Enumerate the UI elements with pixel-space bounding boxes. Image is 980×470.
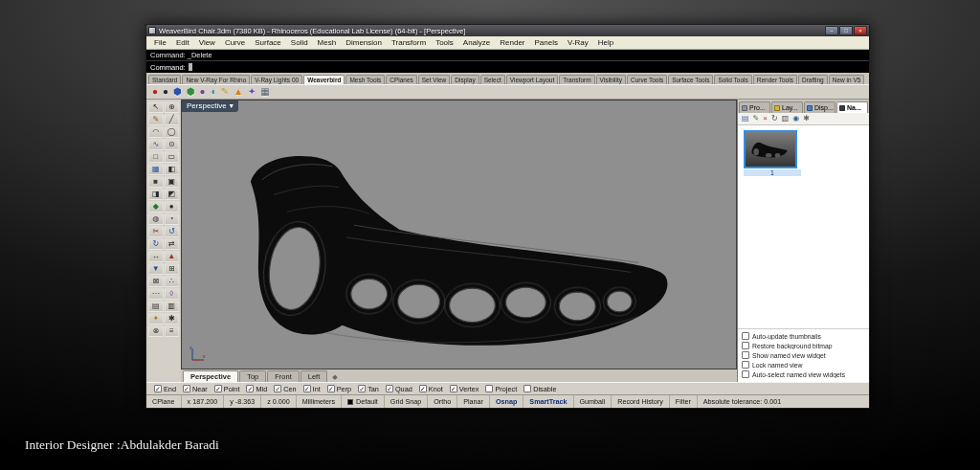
point-icon[interactable]: ⊙ [165, 139, 180, 150]
menu-item-dimension[interactable]: Dimension [341, 38, 387, 47]
split-icon[interactable]: ✂ [148, 226, 164, 237]
render-icon[interactable]: ✱ [165, 313, 180, 325]
checkbox-icon[interactable] [742, 342, 749, 349]
pencil-icon[interactable]: ✎ [148, 114, 164, 125]
arc-icon[interactable]: ◠ [148, 126, 164, 138]
panel-save-icon[interactable]: ▤ [742, 115, 749, 123]
wb-sphere-red-icon[interactable]: ● [152, 87, 158, 97]
wb-poly-blue-icon[interactable]: ⬢ [173, 87, 182, 97]
perspective-viewport[interactable]: Perspective ▾ [181, 100, 737, 369]
sphere-icon[interactable]: ● [165, 201, 180, 213]
toolbar-tab-transform[interactable]: Transform [559, 75, 594, 84]
panel-option-restore-background-bitmap[interactable]: Restore background bitmap [742, 342, 865, 349]
boolean-icon[interactable]: ⊗ [148, 325, 164, 337]
half-surface-icon[interactable]: ◨ [148, 189, 164, 200]
panel-tab-lay[interactable]: Lay... [771, 101, 803, 113]
checkbox-icon[interactable]: ✓ [183, 385, 190, 392]
toolbar-tab-surface-tools[interactable]: Surface Tools [668, 75, 713, 84]
status-smarttrack[interactable]: SmartTrack [523, 395, 573, 408]
more-tools-icon[interactable]: ⋯ [148, 288, 164, 300]
osnap-quad[interactable]: ✓Quad [386, 385, 412, 393]
split-surface-icon[interactable]: ◧ [165, 164, 180, 175]
wb-grid-icon[interactable]: ▦ [260, 87, 269, 97]
viewport-tab-top[interactable]: Top [239, 370, 266, 382]
toolbar-tab-weaverbird[interactable]: Weaverbird [303, 75, 345, 84]
curve-icon[interactable]: ∿ [148, 139, 164, 150]
array-icon[interactable]: ⊞ [165, 263, 180, 275]
osnap-disable[interactable]: Disable [523, 385, 556, 393]
checkbox-icon[interactable]: ✓ [450, 385, 457, 392]
checkbox-icon[interactable]: ✓ [214, 385, 222, 392]
checkbox-icon[interactable] [485, 385, 493, 392]
select-arrow-icon[interactable]: ↖ [148, 101, 164, 113]
menu-item-transform[interactable]: Transform [387, 38, 431, 47]
panel-delete-icon[interactable]: × [763, 115, 768, 123]
toolbar-tab-curve-tools[interactable]: Curve Tools [627, 75, 667, 84]
chair-3d-model[interactable] [182, 101, 736, 369]
panel-tab-pro[interactable]: Pro... [739, 101, 770, 113]
wb-cone-orange-icon[interactable]: ▲ [234, 87, 243, 97]
command-input[interactable]: Command: [146, 60, 869, 73]
status-millimeters[interactable]: Millimeters [297, 395, 342, 408]
status-filter[interactable]: Filter [670, 395, 698, 408]
status-cplane[interactable]: CPlane [146, 395, 182, 408]
toolbar-tab-visibility[interactable]: Visibility [596, 75, 626, 84]
columns-icon[interactable]: ▥ [165, 301, 180, 312]
wb-sphere-dark-icon[interactable]: ● [163, 87, 168, 97]
viewport-title[interactable]: Perspective ▾ [182, 101, 238, 112]
extrude-up-icon[interactable]: ▲ [165, 251, 180, 262]
menu-item-panels[interactable]: Panels [530, 38, 563, 47]
boolean-difference-icon[interactable]: ⊠ [148, 276, 164, 287]
wb-half-sphere-teal-icon[interactable]: ◖ [211, 87, 216, 97]
viewport-tab-perspective[interactable]: Perspective [183, 370, 238, 382]
checkbox-icon[interactable]: ✓ [327, 385, 335, 392]
box-icon[interactable]: ▣ [165, 176, 180, 188]
rectangle-icon[interactable]: □ [148, 151, 164, 163]
wb-pencil-icon[interactable]: ✎ [221, 87, 229, 97]
osnap-cen[interactable]: ✓Cen [274, 385, 296, 393]
osnap-project[interactable]: Project [485, 385, 517, 393]
swap-icon[interactable]: ⇄ [165, 238, 180, 250]
wb-poly-green-icon[interactable]: ⬢ [187, 87, 195, 97]
panel-settings-icon[interactable]: ✱ [803, 115, 810, 123]
sheet-icon[interactable]: ▤ [148, 301, 164, 312]
panel-eye-icon[interactable]: ◉ [792, 115, 799, 123]
mesh-icon[interactable]: ▦ [148, 164, 164, 175]
toolbar-tab-v-ray-lights-00[interactable]: V-Ray Lights 00 [251, 75, 302, 84]
layers-icon[interactable]: ≡ [165, 325, 180, 337]
points-icon[interactable]: ∴ [165, 276, 180, 287]
corner-surface-icon[interactable]: ◩ [165, 189, 180, 200]
menu-item-tools[interactable]: Tools [431, 38, 458, 47]
viewport-tab-left[interactable]: Left [301, 370, 328, 382]
osnap-knot[interactable]: ✓Knot [419, 385, 443, 393]
line-icon[interactable]: ╱ [165, 114, 180, 125]
named-view-index[interactable]: 1 [744, 169, 801, 176]
osnap-vertex[interactable]: ✓Vertex [450, 385, 479, 393]
toolbar-tab-select[interactable]: Select [480, 75, 505, 84]
menu-item-mesh[interactable]: Mesh [313, 38, 342, 47]
checkbox-icon[interactable]: ✓ [419, 385, 427, 392]
status-ortho[interactable]: Ortho [428, 395, 457, 408]
menu-item-help[interactable]: Help [593, 38, 618, 47]
toolbar-tab-new-v-ray-for-rhino[interactable]: New V-Ray For Rhino [182, 75, 250, 84]
panel-list-view-icon[interactable]: ▥ [782, 115, 790, 123]
toolbar-tab-set-view[interactable]: Set View [418, 75, 451, 84]
checkbox-icon[interactable] [742, 351, 749, 359]
shaded-sphere-icon[interactable]: ◍ [148, 213, 164, 225]
toolbar-tab-mesh-tools[interactable]: Mesh Tools [345, 75, 385, 84]
menu-item-edit[interactable]: Edit [171, 38, 194, 47]
status-default[interactable]: Default [342, 395, 385, 408]
wb-star-violet-icon[interactable]: ✦ [248, 87, 256, 97]
status-osnap[interactable]: Osnap [490, 395, 523, 408]
status-z-0-000[interactable]: z 0.000 [261, 395, 297, 408]
checkbox-icon[interactable]: ✓ [246, 385, 254, 392]
polygon-icon[interactable]: ◆ [148, 201, 164, 213]
osnap-perp[interactable]: ✓Perp [327, 385, 351, 393]
toolbar-tab-drafting[interactable]: Drafting [798, 75, 828, 84]
named-view-thumbnail[interactable] [744, 130, 797, 168]
menu-item-curve[interactable]: Curve [220, 38, 250, 47]
status-gumball[interactable]: Gumball [574, 395, 612, 408]
menu-item-v-ray[interactable]: V-Ray [563, 38, 593, 47]
panel-option-lock-named-view[interactable]: Lock named view [742, 361, 865, 369]
wb-sphere-purple-icon[interactable]: ● [200, 87, 206, 97]
